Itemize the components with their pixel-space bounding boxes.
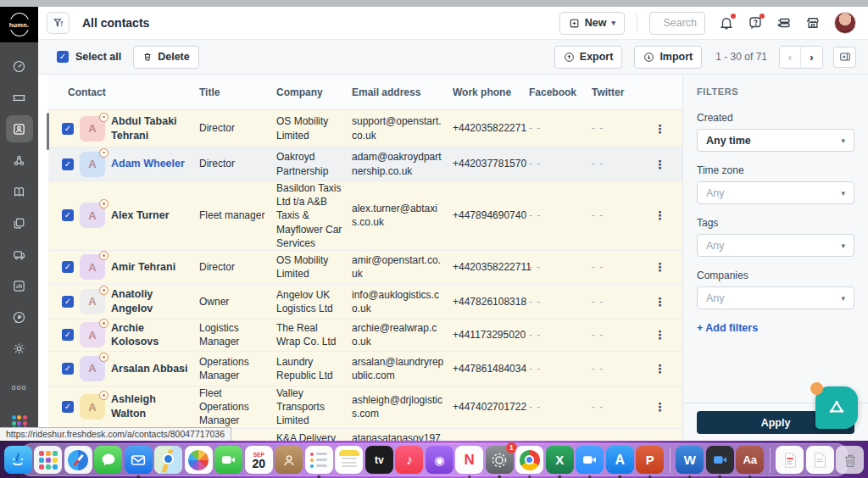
sidebar-item-solutions[interactable] — [6, 178, 33, 205]
dock-icon-contacts[interactable] — [275, 446, 303, 474]
dock-icon-pdf-document[interactable] — [776, 446, 804, 474]
select-all-checkbox[interactable]: ✓ — [57, 51, 69, 63]
filter-select-time-zone[interactable]: Any▾ — [697, 181, 854, 204]
dock-icon-dictionary[interactable]: Aa — [736, 446, 764, 474]
row-checkbox[interactable]: ✓ — [62, 401, 74, 413]
row-checkbox[interactable]: ✓ — [62, 261, 74, 273]
dock-icon-mail[interactable] — [125, 446, 153, 474]
column-header-twitter[interactable]: Twitter — [592, 86, 644, 98]
row-checkbox[interactable]: ✓ — [62, 209, 74, 221]
column-header-company[interactable]: Company — [276, 86, 352, 98]
contact-name[interactable]: Amir Tehrani — [111, 260, 199, 275]
table-row[interactable]: ✓AAbdul Tabaki TehraniDirectorOS Mobilit… — [48, 110, 682, 147]
export-button[interactable]: Export — [554, 46, 623, 69]
sidebar-item-field-service[interactable] — [6, 241, 33, 268]
row-checkbox[interactable]: ✓ — [62, 158, 74, 170]
column-header-title[interactable]: Title — [199, 86, 276, 98]
row-menu-button[interactable]: ⋮ — [644, 295, 676, 308]
contact-name[interactable]: Archie Kolosovs — [111, 321, 199, 350]
table-row[interactable]: ✓AAshleigh WaltonFleet Operations Manage… — [48, 386, 682, 429]
sidebar-item-admin[interactable] — [6, 335, 33, 362]
column-header-contact[interactable]: Contact — [48, 86, 199, 98]
table-row[interactable]: ✓AAmir TehraniDirectorOS Mobility Limite… — [48, 251, 682, 285]
dock-icon-photos[interactable] — [185, 446, 213, 474]
row-menu-button[interactable]: ⋮ — [644, 362, 676, 375]
prev-page-button[interactable]: ‹ — [780, 47, 801, 68]
collapse-panel-button[interactable] — [833, 47, 856, 68]
sidebar-item-more[interactable]: ooo — [6, 374, 33, 401]
dock-icon-app-store[interactable]: A — [606, 446, 634, 474]
row-menu-button[interactable]: ⋮ — [644, 260, 676, 274]
notifications-button[interactable] — [719, 15, 734, 31]
row-checkbox[interactable]: ✓ — [62, 296, 74, 308]
dock-icon-finder[interactable] — [4, 446, 32, 474]
dock-icon-apple-tv[interactable]: tv — [365, 446, 393, 474]
row-checkbox[interactable]: ✓ — [62, 123, 74, 135]
sidebar-item-forums[interactable] — [6, 209, 33, 236]
column-header-email-address[interactable]: Email address — [352, 86, 453, 98]
sidebar-item-customers[interactable] — [6, 147, 33, 174]
filter-select-companies[interactable]: Any▾ — [697, 286, 854, 309]
humn-logo[interactable]: humn. — [0, 7, 38, 42]
table-row[interactable]: ✓AAdam WheelerDirectorOakroyd Partnershi… — [48, 147, 682, 181]
row-checkbox[interactable]: ✓ — [62, 329, 74, 341]
table-row[interactable]: ✓AAlex TurnerFleet managerBasildon Taxis… — [48, 181, 682, 251]
dock-icon-system-settings[interactable]: 1 — [486, 446, 514, 474]
contact-name[interactable]: Alex Turner — [111, 208, 199, 223]
next-page-button[interactable]: › — [801, 47, 822, 68]
row-menu-button[interactable]: ⋮ — [644, 328, 676, 342]
import-button[interactable]: Import — [634, 46, 702, 69]
search-input[interactable]: Search — [649, 12, 705, 35]
contact-name[interactable]: Ashleigh Walton — [111, 392, 199, 421]
sidebar-item-dashboard[interactable] — [6, 53, 33, 80]
delete-button[interactable]: Delete — [133, 46, 199, 69]
dock-icon-safari[interactable] — [64, 446, 92, 474]
table-row[interactable]: ✓AArchie KolosovsLogistics ManagerThe Re… — [48, 320, 682, 352]
user-avatar[interactable] — [834, 12, 856, 34]
row-menu-button[interactable]: ⋮ — [644, 400, 676, 414]
row-menu-button[interactable]: ⋮ — [644, 208, 676, 222]
dock-icon-launchpad[interactable] — [34, 446, 62, 474]
recent-tickets-button[interactable] — [776, 15, 792, 31]
contact-name[interactable]: Arsalan Abbasi — [111, 362, 199, 376]
filter-select-tags[interactable]: Any▾ — [697, 234, 854, 257]
dock-icon-news[interactable]: N — [455, 446, 483, 474]
dock-icon-word[interactable]: W — [676, 446, 704, 474]
contact-name[interactable]: Anatoliy Angelov — [111, 287, 199, 316]
contact-name[interactable]: Abdul Tabaki Tehrani — [111, 114, 199, 143]
sidebar-item-analytics[interactable] — [6, 272, 33, 299]
chat-widget-button[interactable] — [815, 386, 858, 429]
dock-icon-powerpoint[interactable]: P — [636, 446, 664, 474]
dock-icon-facetime[interactable] — [214, 446, 242, 474]
dock-icon-podcasts[interactable]: ◉ — [426, 446, 453, 474]
new-button[interactable]: New ▾ — [559, 12, 625, 35]
dock-icon-document[interactable] — [806, 446, 834, 474]
dock-icon-video-app[interactable] — [706, 446, 734, 474]
add-filters-link[interactable]: + Add filters — [697, 322, 854, 334]
dock-icon-maps[interactable] — [154, 446, 182, 474]
dock-icon-zoom[interactable] — [576, 446, 604, 474]
dock-icon-messages[interactable] — [94, 446, 122, 474]
dock-icon-excel[interactable]: X — [546, 446, 574, 474]
column-header-work-phone[interactable]: Work phone — [453, 86, 529, 98]
table-row[interactable]: ✓AAnatoliy AngelovOwnerAngelov UK Logist… — [48, 285, 682, 320]
view-filter-button[interactable] — [47, 12, 70, 34]
sidebar-item-bots[interactable] — [6, 303, 33, 331]
marketplace-button[interactable] — [805, 15, 821, 31]
row-checkbox[interactable]: ✓ — [62, 363, 74, 375]
dock-icon-reminders[interactable] — [305, 446, 333, 474]
sidebar-item-contacts[interactable] — [6, 115, 33, 142]
scrollbar-thumb[interactable] — [47, 113, 49, 150]
table-row[interactable]: ✓AArsalan AbbasiOperations ManagerLaundr… — [48, 352, 682, 386]
dock-icon-music[interactable]: ♪ — [395, 446, 423, 474]
dock-icon-chrome[interactable] — [515, 446, 543, 474]
dock-icon-notes[interactable] — [335, 446, 363, 474]
dock-icon-calendar[interactable]: SEP20 — [245, 446, 273, 474]
filter-select-created[interactable]: Any time▾ — [697, 129, 854, 152]
row-menu-button[interactable]: ⋮ — [644, 122, 676, 136]
sidebar-item-tickets[interactable] — [6, 84, 33, 111]
column-header-facebook[interactable]: Facebook — [529, 86, 592, 98]
dock-icon-trash[interactable] — [836, 446, 864, 474]
contact-name[interactable]: Adam Wheeler — [111, 157, 199, 171]
row-menu-button[interactable]: ⋮ — [644, 158, 676, 171]
